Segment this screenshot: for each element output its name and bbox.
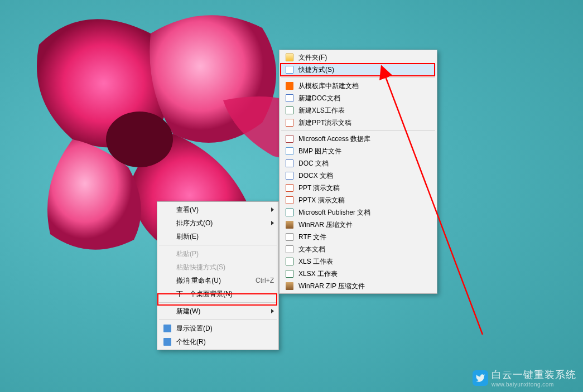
- publisher-icon: [285, 208, 294, 217]
- menu-separator: [159, 320, 277, 320]
- watermark-logo-icon: [473, 370, 488, 386]
- xls-icon: [285, 257, 294, 266]
- submenu-item-new-doc[interactable]: 新建DOC文档: [281, 92, 436, 104]
- monitor-icon: [163, 324, 172, 333]
- chevron-right-icon: [271, 309, 274, 313]
- submenu-item-pptx[interactable]: PPTX 演示文稿: [281, 194, 436, 206]
- winrar-zip-icon: [285, 282, 294, 291]
- shortcut-icon: [285, 65, 294, 74]
- access-icon: [285, 134, 294, 143]
- submenu-item-access[interactable]: Microsoft Access 数据库: [281, 133, 436, 145]
- submenu-item-template[interactable]: 从模板库中新建文档: [281, 80, 436, 92]
- submenu-item-rtf[interactable]: RTF 文件: [281, 231, 436, 243]
- menu-item-next-wallpaper[interactable]: 下一个桌面背景(N): [158, 287, 277, 301]
- winrar-icon: [285, 220, 294, 229]
- new-submenu: 文件夹(F) 快捷方式(S) 从模板库中新建文档 新建DOC文档 新建XLS工作…: [279, 50, 437, 294]
- submenu-item-docx[interactable]: DOCX 文档: [281, 170, 436, 182]
- watermark: 白云一键重装系统 www.baiyunxitong.com: [473, 368, 576, 388]
- txt-icon: [285, 245, 294, 254]
- xlsx-icon: [285, 269, 294, 278]
- desktop-context-menu: 查看(V) 排序方式(O) 刷新(E) 粘贴(P) 粘贴快捷方式(S) 撤消 重…: [157, 201, 279, 350]
- watermark-url: www.baiyunxitong.com: [492, 381, 576, 388]
- submenu-item-folder[interactable]: 文件夹(F): [281, 51, 436, 64]
- template-icon: [285, 81, 294, 90]
- chevron-right-icon: [271, 221, 274, 225]
- submenu-item-xls2[interactable]: XLS 工作表: [281, 255, 436, 268]
- rtf-icon: [285, 233, 294, 241]
- folder-icon: [285, 53, 294, 62]
- bmp-icon: [285, 147, 294, 156]
- menu-separator: [159, 245, 277, 245]
- docx-icon: [285, 171, 294, 180]
- ppt-icon: [285, 183, 294, 192]
- personalize-icon: [163, 337, 172, 346]
- submenu-item-xlsx[interactable]: XLSX 工作表: [281, 268, 436, 280]
- submenu-item-new-xls[interactable]: 新建XLS工作表: [281, 104, 436, 117]
- submenu-item-doc[interactable]: DOC 文档: [281, 157, 436, 170]
- menu-item-view[interactable]: 查看(V): [158, 203, 277, 216]
- submenu-item-shortcut[interactable]: 快捷方式(S): [281, 64, 436, 76]
- submenu-item-publisher[interactable]: Microsoft Publisher 文档: [281, 206, 436, 219]
- doc-icon: [285, 159, 294, 168]
- menu-item-display-settings[interactable]: 显示设置(D): [158, 322, 277, 335]
- pptx-icon: [285, 196, 294, 205]
- submenu-item-txt[interactable]: 文本文档: [281, 243, 436, 255]
- submenu-item-winrar[interactable]: WinRAR 压缩文件: [281, 219, 436, 231]
- ppt-icon: [285, 118, 294, 127]
- submenu-item-ppt2[interactable]: PPT 演示文稿: [281, 182, 436, 194]
- menu-separator: [281, 130, 435, 131]
- doc-icon: [285, 94, 294, 103]
- menu-item-refresh[interactable]: 刷新(E): [158, 230, 277, 243]
- chevron-right-icon: [271, 207, 274, 212]
- submenu-item-winrar-zip[interactable]: WinRAR ZIP 压缩文件: [281, 280, 436, 292]
- menu-separator: [281, 78, 435, 78]
- menu-item-undo-rename[interactable]: 撤消 重命名(U) Ctrl+Z: [158, 274, 277, 287]
- menu-item-new[interactable]: 新建(W): [158, 304, 277, 318]
- watermark-brand: 白云一键重装系统: [492, 369, 576, 380]
- xls-icon: [285, 106, 294, 115]
- menu-item-personalize[interactable]: 个性化(R): [158, 335, 277, 349]
- menu-item-paste-shortcut: 粘贴快捷方式(S): [158, 260, 277, 274]
- submenu-item-new-ppt[interactable]: 新建PPT演示文稿: [281, 117, 436, 129]
- menu-item-sort[interactable]: 排序方式(O): [158, 216, 277, 230]
- menu-item-paste: 粘贴(P): [158, 247, 277, 260]
- submenu-item-bmp[interactable]: BMP 图片文件: [281, 145, 436, 157]
- menu-separator: [159, 302, 277, 303]
